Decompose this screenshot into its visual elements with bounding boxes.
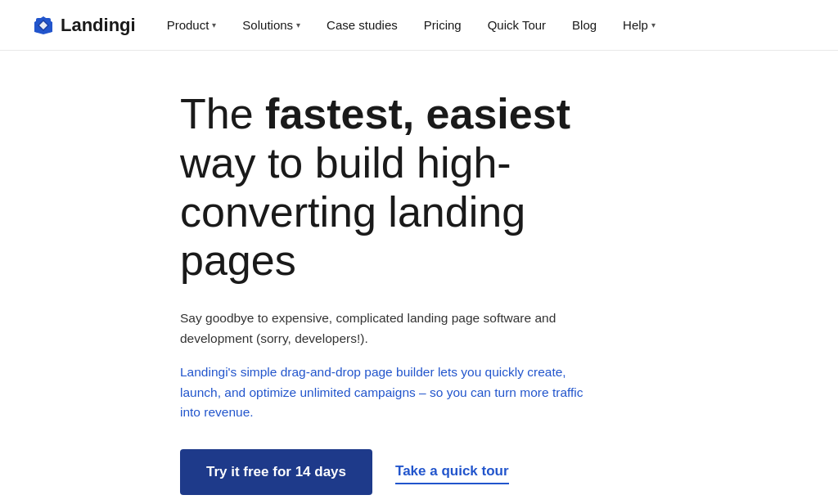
nav-item-case-studies[interactable]: Case studies (315, 11, 409, 38)
quick-tour-link[interactable]: Take a quick tour (395, 460, 509, 484)
nav-item-pricing[interactable]: Pricing (412, 11, 473, 38)
nav-item-help[interactable]: Help ▾ (611, 11, 667, 38)
try-free-button[interactable]: Try it free for 14 days (180, 449, 372, 495)
nav-item-product[interactable]: Product ▾ (155, 11, 228, 38)
logo-text: Landingi (61, 15, 136, 36)
nav-item-solutions[interactable]: Solutions ▾ (231, 11, 312, 38)
hero-subtext-2: Landingi's simple drag-and-drop page bui… (180, 362, 606, 423)
header: Landingi Product ▾ Solutions ▾ Case stud… (0, 0, 838, 51)
hero-subtext-1: Say goodbye to expensive, complicated la… (180, 308, 606, 349)
chevron-down-icon: ▾ (651, 20, 656, 29)
logo-icon (33, 15, 54, 36)
hero-headline: The fastest, easiest way to build high-c… (180, 90, 606, 286)
logo-link[interactable]: Landingi (33, 15, 136, 36)
nav-item-blog[interactable]: Blog (561, 11, 608, 38)
nav-item-quick-tour[interactable]: Quick Tour (476, 11, 557, 38)
hero-section: The fastest, easiest way to build high-c… (0, 51, 638, 504)
chevron-down-icon: ▾ (296, 20, 300, 29)
chevron-down-icon: ▾ (212, 20, 216, 29)
cta-row: Try it free for 14 days Take a quick tou… (180, 449, 606, 495)
main-nav: Product ▾ Solutions ▾ Case studies Prici… (155, 11, 805, 38)
